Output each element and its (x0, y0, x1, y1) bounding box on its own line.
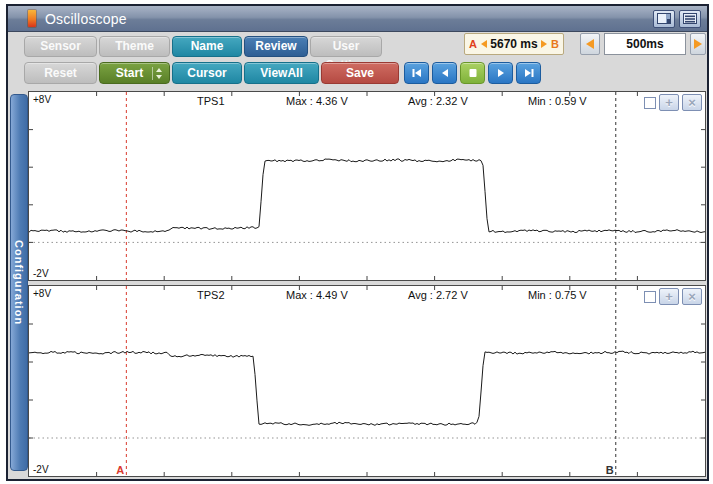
start-button-label: Start (116, 66, 143, 80)
cursor-a-marker[interactable]: A (116, 464, 124, 476)
ab-interval-box: A 5670 ms B (464, 33, 564, 55)
bottom-voltage-label: -2V (33, 464, 49, 475)
window-panel-icon[interactable] (653, 10, 675, 28)
channel-panel-tps2: +8V -2V TPS2 Max : 4.49 V Avg : 2.72 V M… (28, 285, 706, 477)
channel-name: TPS1 (197, 95, 225, 107)
cursor-b-marker[interactable]: B (606, 464, 614, 476)
start-button[interactable]: Start (99, 62, 170, 84)
save-button[interactable]: Save (321, 62, 399, 84)
window-lines-icon[interactable] (679, 10, 701, 28)
stop-button[interactable] (460, 62, 485, 84)
bottom-voltage-label: -2V (33, 268, 49, 279)
app-icon (28, 10, 36, 27)
channel-select-checkbox[interactable] (644, 291, 656, 303)
min-stat: Min : 0.75 V (528, 289, 587, 301)
left-arrow-icon (586, 39, 594, 49)
avg-stat: Avg : 2.72 V (408, 289, 468, 301)
channel-select-checkbox[interactable] (644, 97, 656, 109)
play-button[interactable] (488, 62, 513, 84)
start-spinner-icon[interactable] (152, 67, 164, 80)
cursor-button[interactable]: Cursor (172, 62, 242, 84)
interval-right-arrow-icon (541, 40, 547, 48)
channel-close-button[interactable]: × (682, 288, 702, 305)
configuration-tab-label: Configuration (13, 240, 25, 325)
waveform-tps2 (29, 286, 705, 476)
max-stat: Max : 4.49 V (286, 289, 348, 301)
min-stat: Min : 0.59 V (528, 95, 587, 107)
waveform-tps1 (29, 92, 705, 280)
window-title: Oscilloscope (45, 11, 127, 27)
channel-zoom-button[interactable]: + (659, 288, 679, 305)
oscilloscope-window: Oscilloscope Sensor Theme Name Rev (6, 4, 709, 481)
top-voltage-label: +8V (33, 94, 51, 105)
cursor-a-letter: A (469, 38, 477, 50)
user-setting-button[interactable]: User Setting (310, 36, 382, 57)
right-arrow-icon (694, 39, 702, 49)
max-stat: Max : 4.36 V (286, 95, 348, 107)
top-voltage-label: +8V (33, 288, 51, 299)
timebase-increase-button[interactable] (690, 33, 706, 55)
name-button[interactable]: Name (172, 36, 242, 57)
cursor-b-letter: B (551, 38, 559, 50)
avg-stat: Avg : 2.32 V (408, 95, 468, 107)
theme-button[interactable]: Theme (99, 36, 170, 57)
channel-panel-tps1: +8V -2V TPS1 Max : 4.36 V Avg : 2.32 V M… (28, 91, 706, 281)
channel-close-button[interactable]: × (682, 94, 702, 111)
reset-button[interactable]: Reset (24, 62, 97, 84)
titlebar: Oscilloscope (8, 6, 707, 32)
channel-zoom-button[interactable]: + (659, 94, 679, 111)
configuration-tab[interactable]: Configuration (10, 94, 28, 471)
viewall-button[interactable]: ViewAll (244, 62, 319, 84)
timebase-decrease-button[interactable] (580, 33, 600, 55)
interval-left-arrow-icon (481, 40, 487, 48)
sensor-button[interactable]: Sensor (24, 36, 97, 57)
step-back-button[interactable] (432, 62, 457, 84)
review-button[interactable]: Review (244, 36, 308, 57)
timebase-value[interactable]: 500ms (604, 33, 686, 55)
skip-to-end-button[interactable] (516, 62, 541, 84)
skip-to-start-button[interactable] (404, 62, 429, 84)
playback-controls (404, 62, 541, 84)
ab-interval-value: 5670 ms (490, 37, 537, 51)
channel-name: TPS2 (197, 289, 225, 301)
